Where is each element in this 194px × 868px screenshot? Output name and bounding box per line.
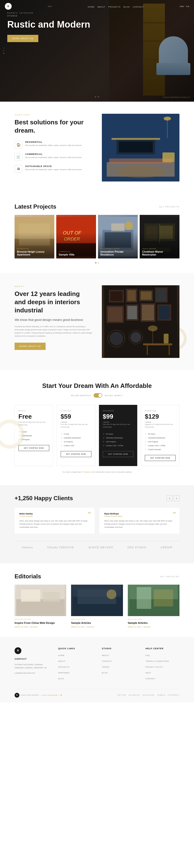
premium-price: $129 <box>145 413 175 420</box>
footer-privacy[interactable]: PRIVACY POLICY <box>145 666 163 668</box>
nav-full[interactable]: Full <box>186 5 189 7</box>
footer-help[interactable]: HELP <box>145 672 151 674</box>
premium-cta-button[interactable]: GET STARTED NOW <box>145 455 175 461</box>
brand-alrice: ALRICE MEYERS <box>88 546 113 549</box>
pricing-advance: ADVANCE $99 / Month Free with 14 days tr… <box>99 405 138 466</box>
hero-content: NORDIC INTERIOR STUDIO Rustic and Modern… <box>7 12 90 42</box>
nav-about[interactable]: ABOUT <box>98 6 106 8</box>
enterprise-contact-link[interactable]: Contact us <box>83 471 92 473</box>
editorial-meta-1: MARCH 15, 2020 — By Admin <box>15 626 66 628</box>
editorial-article-title-2: Sample Articles <box>71 621 123 625</box>
editorial-image-1 <box>15 585 66 616</box>
footer-faq[interactable]: FAQ <box>145 654 150 656</box>
premium-plan-label: PREMIUM <box>145 410 175 412</box>
footer-bottom-logo: R <box>15 693 20 698</box>
footer-studio-blog[interactable]: BLOG <box>102 672 108 674</box>
footer-link-about[interactable]: ABOUT <box>58 660 65 662</box>
nav-lang[interactable]: ENG <box>180 5 184 7</box>
project-category-2: COMMERCIAL <box>59 251 93 252</box>
basic-feature-1: ✓1 User <box>19 430 49 434</box>
advance-cta-button[interactable]: GET STARTED NOW <box>103 451 134 457</box>
social-instagram[interactable]: INSTAGRAM <box>142 694 155 696</box>
premium-feature-3: ✓100 Projects <box>145 440 175 443</box>
about-left: ABOUT Over 12 years leading and deeps in… <box>15 285 92 358</box>
starter-cta-button[interactable]: GET STARTED NOW <box>61 451 91 457</box>
social-t[interactable]: t <box>3 50 5 51</box>
pricing-enterprise: You have a large team? Contact us for in… <box>15 471 179 473</box>
social-facebook[interactable]: FACEBOOK <box>129 694 140 696</box>
dot-1[interactable] <box>95 262 96 264</box>
editorial-1: INTERIOR DESIGN Inspire From China Web D… <box>15 585 66 627</box>
testimonial-author-1: Bobo Hanley <box>20 513 90 515</box>
project-name-3: Innovation Private Residence <box>101 250 135 256</box>
projects-all-link[interactable]: ALL PROJECTS <box>159 206 179 208</box>
starter-feature-2: ✓Unlimited Dashboard <box>61 436 91 440</box>
footer-link-projects[interactable]: PROJECTS <box>58 666 70 668</box>
basic-plan-label: BASIC <box>19 410 49 412</box>
project-card-4[interactable]: URBAN DESIGN Chobham Manor Masterplan <box>140 215 179 258</box>
footer-studio-about[interactable]: ABOUT <box>102 654 109 656</box>
nav-projects[interactable]: PROJECTS <box>108 6 121 8</box>
social-twitter[interactable]: TWITTER <box>117 694 126 696</box>
nav-right: ENG Full <box>180 5 189 7</box>
hero-scroll-indicator: ⌄⌄ <box>94 94 100 98</box>
starter-features: ✓3 User ✓Unlimited Dashboard ✓10 Project… <box>61 432 91 447</box>
advance-period: / Month <box>103 421 134 423</box>
footer-link-blog[interactable]: BLOG <box>58 678 64 680</box>
editorial-image-2 <box>71 585 123 616</box>
footer-dot: • <box>40 694 40 696</box>
footer-link-partners[interactable]: PARTNERS <box>58 672 70 674</box>
svg-rect-3 <box>119 142 153 152</box>
footer-logo-area: R <box>15 647 49 654</box>
nav-links: HOME ABOUT PROJECTS BLOG CONTACT <box>88 4 144 8</box>
nav-home[interactable]: HOME <box>88 6 94 8</box>
nav-contact[interactable]: CONTACT <box>133 6 144 8</box>
basic-cta-button[interactable]: GET STARTED NOW <box>19 445 49 451</box>
about-cta-button[interactable]: MORE ABOUT US <box>15 343 46 350</box>
social-in[interactable]: in <box>3 53 5 54</box>
about-subtitle: We know that good design means good busi… <box>15 318 92 321</box>
hero-logo[interactable]: R <box>5 3 11 10</box>
footer-contact-col: R Contact 23 PRACTICE ROAD, LONDON, GREA… <box>15 647 49 682</box>
toggle-knob <box>99 394 102 397</box>
footer-bottom: R RUSTIC AND MODERN • RUSTIC AND MODERN … <box>15 689 179 698</box>
testimonial-1: " Bobo Hanley Friends at Spotify Wow, ve… <box>15 508 94 534</box>
editorial-category-2: ARCHITECTURE <box>71 619 123 620</box>
editorial-category-1: INTERIOR DESIGN <box>15 619 66 620</box>
project-card-1[interactable]: RESIDENTIAL Brossia Heigh Luxury Apartme… <box>15 215 54 258</box>
footer-terms[interactable]: TERMS & CONDITIONS <box>145 660 169 662</box>
footer-logo[interactable]: R <box>15 647 21 654</box>
footer: R Contact 23 PRACTICE ROAD, LONDON, GREA… <box>0 638 194 703</box>
nav-blog[interactable]: BLOG <box>123 6 130 8</box>
advance-feature-4: ✓Custom CSS + HTML <box>103 443 134 447</box>
pricing-title: Start Your Dream With An Affordable <box>15 382 179 390</box>
starter-price: $59 <box>61 413 91 420</box>
project-card-3[interactable]: SUSTAINABLE SPACE Innovation Private Res… <box>98 215 138 258</box>
brand-fistudio: fiStudio CREATIVE <box>47 546 74 549</box>
hero-social-links: f t in <box>3 48 5 54</box>
clients-next-button[interactable]: › <box>174 495 179 501</box>
basic-price: Free <box>19 413 49 420</box>
billing-toggle[interactable] <box>93 393 102 398</box>
footer-link-home[interactable]: HOME <box>58 654 64 656</box>
dot-2[interactable] <box>98 262 99 264</box>
editorials-all-link[interactable]: ALL ARTICLES <box>160 576 179 578</box>
social-f[interactable]: f <box>3 48 5 48</box>
svg-point-56 <box>148 326 158 331</box>
clients-prev-button[interactable]: ‹ <box>167 495 172 501</box>
advance-price: $99 <box>103 413 134 420</box>
commercial-title: COMMERCIAL <box>25 153 82 155</box>
hero-cta-button[interactable]: MORE ABOUT US <box>7 35 38 42</box>
advance-plan-label: ADVANCE <box>103 410 134 412</box>
editorials-section: Editorials ALL ARTICLES INTERIOR DESIGN … <box>0 563 194 637</box>
social-pinterest[interactable]: PINTEREST <box>168 694 179 696</box>
testimonial-2: " Ryan Birthays Friends at Interior Abou… <box>100 508 179 534</box>
footer-studio-terms[interactable]: TERMS <box>102 666 109 668</box>
svg-rect-42 <box>127 306 137 319</box>
footer-studio-contact[interactable]: CONTACT <box>102 660 112 662</box>
footer-contact-title: Contact <box>15 658 49 660</box>
project-card-2[interactable]: OUT OF ORDER COMMERCIAL Sample Villa <box>56 215 96 258</box>
social-tumblr[interactable]: TUMBLR <box>157 694 165 696</box>
footer-contact[interactable]: CONTACT <box>145 678 156 680</box>
project-info-2: COMMERCIAL Sample Villa <box>59 251 93 256</box>
